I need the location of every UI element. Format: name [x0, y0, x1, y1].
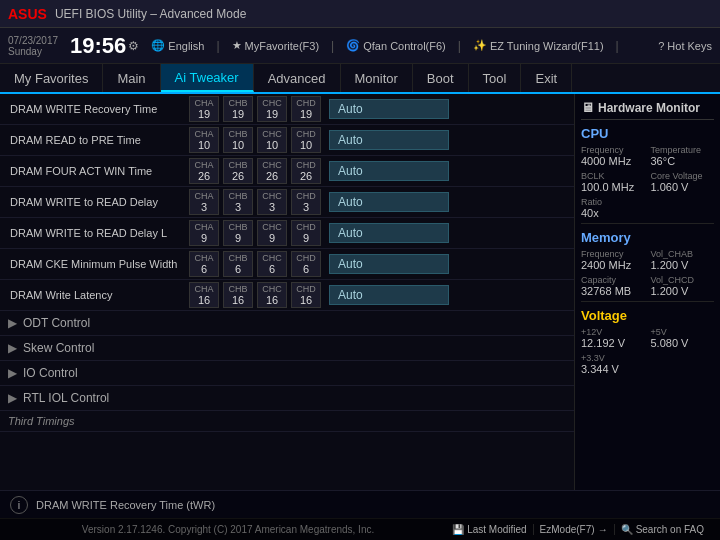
- channel-chc: CHC26: [257, 158, 287, 184]
- channel-cha: CHA6: [189, 251, 219, 277]
- value-box[interactable]: Auto: [329, 161, 449, 181]
- cpu-core-voltage: Core Voltage 1.060 V: [651, 171, 715, 193]
- status-bar: 07/23/2017 Sunday 19:56 ⚙ 🌐 English | ★ …: [0, 28, 720, 64]
- tab-exit[interactable]: Exit: [521, 64, 572, 92]
- channel-group: CHA26 CHB26 CHC26 CHD26: [189, 158, 321, 184]
- channel-chb: CHB6: [223, 251, 253, 277]
- value-box[interactable]: Auto: [329, 223, 449, 243]
- expand-skew-control[interactable]: ▶ Skew Control: [0, 336, 574, 361]
- expand-rtl-iol[interactable]: ▶ RTL IOL Control: [0, 386, 574, 411]
- mem-vol-chcd: Vol_CHCD 1.200 V: [651, 275, 715, 297]
- table-row[interactable]: DRAM WRITE Recovery Time CHA19 CHB19 CHC…: [0, 94, 574, 125]
- bios-title: UEFI BIOS Utility – Advanced Mode: [55, 7, 246, 21]
- asus-logo: ASUS: [8, 6, 47, 22]
- tab-advanced[interactable]: Advanced: [254, 64, 341, 92]
- channel-chb: CHB26: [223, 158, 253, 184]
- top-bar: ASUS UEFI BIOS Utility – Advanced Mode: [0, 0, 720, 28]
- nav-tabs: My Favorites Main Ai Tweaker Advanced Mo…: [0, 64, 720, 94]
- tab-monitor[interactable]: Monitor: [341, 64, 413, 92]
- channel-cha: CHA16: [189, 282, 219, 308]
- memory-section-title: Memory: [581, 230, 714, 245]
- copyright-text: Version 2.17.1246. Copyright (C) 2017 Am…: [10, 524, 446, 535]
- expand-label: Skew Control: [23, 341, 94, 355]
- expand-odt-control[interactable]: ▶ ODT Control: [0, 311, 574, 336]
- tab-main[interactable]: Main: [103, 64, 160, 92]
- cpu-temperature: Temperature 36°C: [651, 145, 715, 167]
- date-display: 07/23/2017: [8, 35, 58, 46]
- channel-chb: CHB10: [223, 127, 253, 153]
- memory-cap-row: Capacity 32768 MB Vol_CHCD 1.200 V: [581, 275, 714, 297]
- expand-io-control[interactable]: ▶ IO Control: [0, 361, 574, 386]
- hotkeys-btn[interactable]: ? Hot Keys: [658, 40, 712, 52]
- right-panel: 🖥 Hardware Monitor CPU Frequency 4000 MH…: [575, 94, 720, 490]
- channel-cha: CHA10: [189, 127, 219, 153]
- expand-label: RTL IOL Control: [23, 391, 109, 405]
- channel-chc: CHC16: [257, 282, 287, 308]
- table-row[interactable]: DRAM CKE Minimum Pulse Width CHA6 CHB6 C…: [0, 249, 574, 280]
- value-box[interactable]: Auto: [329, 192, 449, 212]
- channel-group: CHA19 CHB19 CHC19 CHD19: [189, 96, 321, 122]
- channel-group: CHA3 CHB3 CHC3 CHD3: [189, 189, 321, 215]
- info-icon[interactable]: i: [10, 496, 28, 514]
- channel-cha: CHA19: [189, 96, 219, 122]
- tab-tool[interactable]: Tool: [469, 64, 522, 92]
- channel-chc: CHC10: [257, 127, 287, 153]
- ez-mode-btn[interactable]: EzMode(F7) →: [533, 524, 614, 535]
- channel-group: CHA10 CHB10 CHC10 CHD10: [189, 127, 321, 153]
- section-header: Third Timings: [0, 411, 574, 432]
- chevron-right-icon: ▶: [8, 316, 17, 330]
- globe-icon: 🌐: [151, 39, 165, 52]
- channel-group: CHA16 CHB16 CHC16 CHD16: [189, 282, 321, 308]
- setting-label: DRAM CKE Minimum Pulse Width: [4, 258, 189, 270]
- eztuning-btn[interactable]: ✨ EZ Tuning Wizard(F11): [473, 39, 604, 52]
- tab-boot[interactable]: Boot: [413, 64, 469, 92]
- tab-ai-tweaker[interactable]: Ai Tweaker: [161, 64, 254, 92]
- value-box[interactable]: Auto: [329, 254, 449, 274]
- table-row[interactable]: DRAM FOUR ACT WIN Time CHA26 CHB26 CHC26…: [0, 156, 574, 187]
- setting-label: DRAM WRITE Recovery Time: [4, 103, 189, 115]
- arrow-right-icon: →: [598, 524, 608, 535]
- channel-chd: CHD16: [291, 282, 321, 308]
- voltage-5v: +5V 5.080 V: [651, 327, 715, 349]
- last-modified-btn[interactable]: 💾 Last Modified: [446, 524, 532, 535]
- cpu-ratio: Ratio 40x: [581, 197, 714, 219]
- bottom-description: DRAM WRITE Recovery Time (tWR): [36, 499, 215, 511]
- fan-icon: 🌀: [346, 39, 360, 52]
- channel-group: CHA9 CHB9 CHC9 CHD9: [189, 220, 321, 246]
- cpu-bclk-row: BCLK 100.0 MHz Core Voltage 1.060 V: [581, 171, 714, 193]
- channel-group: CHA6 CHB6 CHC6 CHD6: [189, 251, 321, 277]
- value-box[interactable]: Auto: [329, 99, 449, 119]
- gear-icon[interactable]: ⚙: [128, 39, 139, 53]
- voltage-row1: +12V 12.192 V +5V 5.080 V: [581, 327, 714, 349]
- memory-freq-row: Frequency 2400 MHz Vol_CHAB 1.200 V: [581, 249, 714, 271]
- table-row[interactable]: DRAM WRITE to READ Delay L CHA9 CHB9 CHC…: [0, 218, 574, 249]
- setting-label: DRAM WRITE to READ Delay: [4, 196, 189, 208]
- language-selector[interactable]: 🌐 English: [151, 39, 204, 52]
- save-icon: 💾: [452, 524, 464, 535]
- channel-chd: CHD19: [291, 96, 321, 122]
- table-row[interactable]: DRAM Write Latency CHA16 CHB16 CHC16 CHD…: [0, 280, 574, 311]
- cpu-section-title: CPU: [581, 126, 714, 141]
- channel-chb: CHB9: [223, 220, 253, 246]
- cpu-bclk: BCLK 100.0 MHz: [581, 171, 645, 193]
- channel-chb: CHB3: [223, 189, 253, 215]
- value-box[interactable]: Auto: [329, 130, 449, 150]
- myfavorites-btn[interactable]: ★ MyFavorite(F3): [232, 39, 320, 52]
- channel-chd: CHD3: [291, 189, 321, 215]
- channel-chb: CHB16: [223, 282, 253, 308]
- wand-icon: ✨: [473, 39, 487, 52]
- setting-label: DRAM Write Latency: [4, 289, 189, 301]
- footer: Version 2.17.1246. Copyright (C) 2017 Am…: [0, 518, 720, 540]
- voltage-33v: +3.3V 3.344 V: [581, 353, 714, 375]
- cpu-freq-row: Frequency 4000 MHz Temperature 36°C: [581, 145, 714, 167]
- table-row[interactable]: DRAM WRITE to READ Delay CHA3 CHB3 CHC3 …: [0, 187, 574, 218]
- channel-chd: CHD9: [291, 220, 321, 246]
- expand-label: IO Control: [23, 366, 78, 380]
- channel-chc: CHC6: [257, 251, 287, 277]
- qfan-btn[interactable]: 🌀 Qfan Control(F6): [346, 39, 446, 52]
- voltage-12v: +12V 12.192 V: [581, 327, 645, 349]
- tab-my-favorites[interactable]: My Favorites: [0, 64, 103, 92]
- table-row[interactable]: DRAM READ to PRE Time CHA10 CHB10 CHC10 …: [0, 125, 574, 156]
- value-box[interactable]: Auto: [329, 285, 449, 305]
- search-faq-btn[interactable]: 🔍 Search on FAQ: [614, 524, 710, 535]
